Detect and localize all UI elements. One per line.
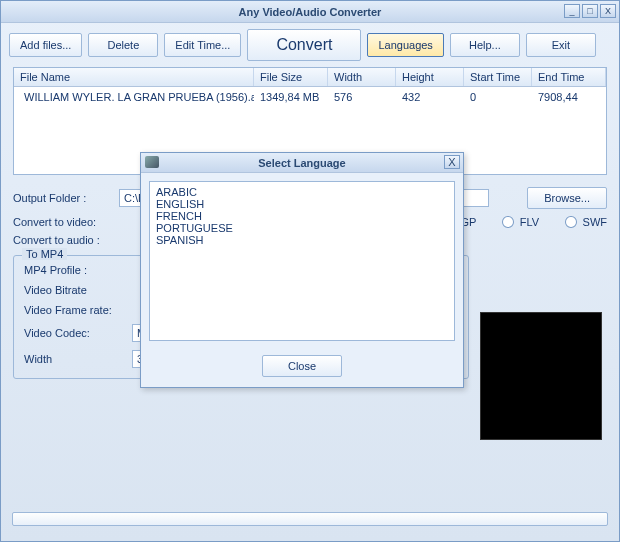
col-filename[interactable]: File Name [14, 68, 254, 86]
table-row[interactable]: WILLIAM WYLER. LA GRAN PRUEBA (1956).avi… [14, 87, 606, 107]
list-item[interactable]: PORTUGUESE [156, 222, 448, 234]
dialog-close-button[interactable]: X [444, 155, 460, 169]
close-button[interactable]: X [600, 4, 616, 18]
radio-swf-label: SWF [583, 216, 607, 228]
window-title: Any Video/Audio Converter [239, 6, 382, 18]
progress-container [12, 512, 608, 526]
convert-audio-label: Convert to audio : [13, 234, 113, 246]
cell-width: 576 [328, 89, 396, 105]
app-icon [145, 156, 159, 168]
dialog-titlebar[interactable]: Select Language X [141, 153, 463, 173]
toolbar: Add files... Delete Edit Time... Convert… [1, 23, 619, 67]
radio-flv[interactable] [502, 216, 513, 228]
dialog-title: Select Language [258, 157, 345, 169]
groupbox-title: To MP4 [22, 248, 67, 260]
table-header: File Name File Size Width Height Start T… [14, 68, 606, 87]
add-files-button[interactable]: Add files... [9, 33, 82, 57]
edit-time-button[interactable]: Edit Time... [164, 33, 241, 57]
dialog-close-action-button[interactable]: Close [262, 355, 342, 377]
window-controls: _ □ X [564, 4, 616, 18]
radio-flv-label: FLV [520, 216, 539, 228]
cell-endtime: 7908,44 [532, 89, 606, 105]
list-item[interactable]: SPANISH [156, 234, 448, 246]
language-listbox[interactable]: ARABIC ENGLISH FRENCH PORTUGUESE SPANISH [149, 181, 455, 341]
help-button[interactable]: Help... [450, 33, 520, 57]
cell-filename: WILLIAM WYLER. LA GRAN PRUEBA (1956).avi [24, 91, 254, 103]
col-endtime[interactable]: End Time [532, 68, 606, 86]
video-framerate-label: Video Frame rate: [24, 304, 124, 316]
convert-button[interactable]: Convert [247, 29, 361, 61]
delete-button[interactable]: Delete [88, 33, 158, 57]
titlebar[interactable]: Any Video/Audio Converter _ □ X [1, 1, 619, 23]
col-filesize[interactable]: File Size [254, 68, 328, 86]
cell-filesize: 1349,84 MB [254, 89, 328, 105]
output-folder-label: Output Folder : [13, 192, 113, 204]
list-item[interactable]: ARABIC [156, 186, 448, 198]
convert-video-label: Convert to video: [13, 216, 113, 228]
col-starttime[interactable]: Start Time [464, 68, 532, 86]
video-preview [480, 312, 602, 440]
select-language-dialog: Select Language X ARABIC ENGLISH FRENCH … [140, 152, 464, 388]
maximize-button[interactable]: □ [582, 4, 598, 18]
list-item[interactable]: FRENCH [156, 210, 448, 222]
cell-starttime: 0 [464, 89, 532, 105]
browse-button[interactable]: Browse... [527, 187, 607, 209]
minimize-button[interactable]: _ [564, 4, 580, 18]
col-width[interactable]: Width [328, 68, 396, 86]
video-bitrate-label: Video Bitrate [24, 284, 124, 296]
width-label: Width [24, 353, 124, 365]
video-codec-label: Video Codec: [24, 327, 124, 339]
exit-button[interactable]: Exit [526, 33, 596, 57]
progress-bar [12, 512, 608, 526]
list-item[interactable]: ENGLISH [156, 198, 448, 210]
languages-button[interactable]: Languages [367, 33, 443, 57]
radio-swf[interactable] [565, 216, 576, 228]
col-height[interactable]: Height [396, 68, 464, 86]
mp4-profile-label: MP4 Profile : [24, 264, 124, 276]
cell-height: 432 [396, 89, 464, 105]
